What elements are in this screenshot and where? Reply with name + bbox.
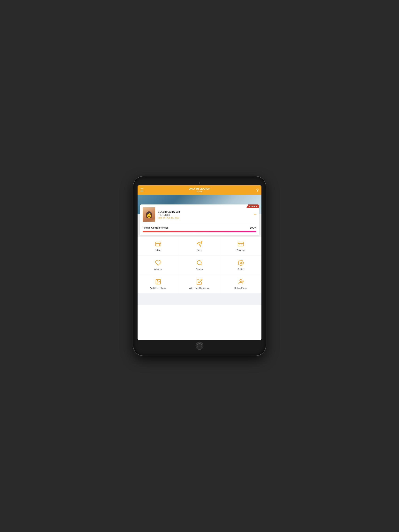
menu-grid-container: Inbox Sent Payment [138, 237, 261, 340]
profile-name: SUBHIKSHA CR [158, 210, 251, 213]
profile-details: SUBHIKSHA CR TKID151288 Valid till : Aug… [158, 210, 251, 219]
footer-area [138, 293, 261, 305]
payment-label: Payment [237, 249, 245, 251]
svg-point-10 [197, 260, 201, 265]
menu-item-wishlist[interactable]: WishList [138, 255, 179, 274]
tablet-home-button[interactable] [196, 342, 203, 350]
setting-icon [237, 259, 244, 266]
progress-bar-fill [143, 231, 256, 232]
hamburger-icon[interactable]: ☰ [140, 188, 144, 192]
menu-item-add-edit-horoscope[interactable]: Add / Edit Horoscope [179, 274, 220, 293]
tablet-screen: ☰ ONLY IN SEARCH HOME ⚲ VERIFIED 👩 SUBHI… [138, 185, 261, 340]
verified-badge: VERIFIED [246, 204, 259, 208]
delete-profile-icon [237, 278, 244, 285]
add-edit-photos-label: Add / Edit Photos [150, 287, 166, 289]
svg-rect-0 [155, 242, 161, 246]
photos-icon [155, 278, 162, 285]
menu-item-search[interactable]: Search [179, 255, 220, 274]
svg-line-11 [201, 264, 202, 265]
search-icon [196, 259, 203, 266]
menu-item-inbox[interactable]: Inbox [138, 237, 179, 255]
delete-profile-label: Delete Profile [234, 287, 247, 289]
menu-item-delete-profile[interactable]: Delete Profile [220, 274, 261, 293]
header-search-icon[interactable]: ⚲ [256, 188, 259, 192]
menu-item-payment[interactable]: Payment [220, 237, 261, 255]
progress-bar-bg [143, 231, 256, 232]
app-header: ☰ ONLY IN SEARCH HOME ⚲ [138, 185, 261, 195]
svg-rect-6 [238, 242, 244, 246]
avatar-image: 👩 [145, 211, 153, 218]
menu-item-sent[interactable]: Sent [179, 237, 220, 255]
svg-point-15 [240, 279, 242, 282]
profile-info-row: 👩 SUBHIKSHA CR TKID151288 Valid till : A… [143, 207, 256, 222]
menu-item-setting[interactable]: Setting [220, 255, 261, 274]
progress-header: Profile Completeness 100% [143, 226, 256, 229]
svg-point-14 [157, 280, 158, 281]
menu-item-add-edit-photos[interactable]: Add / Edit Photos [138, 274, 179, 293]
add-edit-horoscope-label: Add / Edit Horoscope [189, 287, 210, 289]
tablet-frame: ☰ ONLY IN SEARCH HOME ⚲ VERIFIED 👩 SUBHI… [133, 177, 266, 355]
inbox-icon [155, 241, 162, 247]
horoscope-icon [196, 278, 203, 285]
header-title-line1: ONLY IN SEARCH [189, 187, 210, 190]
setting-label: Setting [238, 268, 244, 270]
header-subtitle: HOME [189, 190, 210, 193]
progress-label: Profile Completeness [143, 226, 168, 229]
menu-grid: Inbox Sent Payment [138, 237, 261, 293]
profile-valid-till: Valid till : Aug 15, 2020 [158, 216, 251, 219]
profile-card: VERIFIED 👩 SUBHIKSHA CR TKID151288 Valid… [140, 204, 259, 235]
payment-icon [237, 241, 244, 247]
inbox-label: Inbox [155, 249, 161, 251]
profile-id: TKID151288 [158, 214, 251, 216]
edit-icon[interactable]: ✏ [254, 213, 256, 216]
wishlist-icon [155, 259, 162, 266]
wishlist-label: WishList [154, 268, 162, 270]
sent-label: Sent [197, 249, 202, 251]
header-title: ONLY IN SEARCH HOME [189, 187, 210, 193]
progress-section: Profile Completeness 100% [143, 224, 256, 232]
sent-icon [196, 241, 203, 247]
progress-percent: 100% [250, 226, 256, 229]
avatar: 👩 [143, 207, 155, 222]
svg-point-12 [240, 262, 242, 264]
search-label: Search [196, 268, 203, 270]
tablet-camera [199, 182, 200, 184]
